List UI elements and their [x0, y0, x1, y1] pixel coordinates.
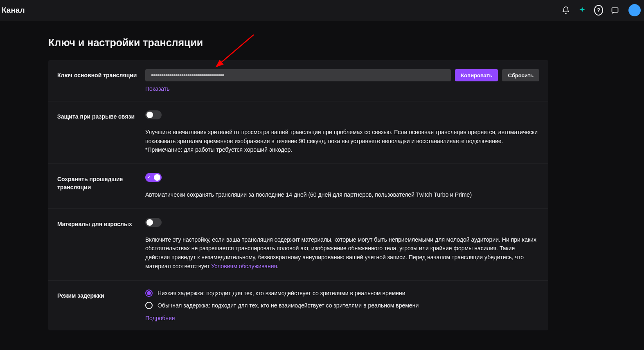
- page-header-title: Канал: [1, 6, 25, 15]
- copy-button[interactable]: Копировать: [455, 69, 498, 81]
- main-content: Ключ и настройки трансляции Ключ основно…: [0, 20, 644, 330]
- mature-toggle[interactable]: [145, 218, 162, 227]
- mature-row: Материалы для взрослых Включите эту наст…: [48, 209, 548, 280]
- stream-key-label: Ключ основной трансляции: [57, 69, 145, 92]
- disconnect-protect-row: Защита при разрыве связи Улучшите впечат…: [48, 101, 548, 164]
- page-title: Ключ и настройки трансляции: [48, 37, 644, 49]
- store-vods-toggle[interactable]: ✓: [145, 173, 162, 182]
- store-vods-row: Сохранять прошедшие трансляции ✓ Автомат…: [48, 164, 548, 209]
- radio-icon: [145, 289, 153, 297]
- stream-key-field[interactable]: ••••••••••••••••••••••••••••••••••••: [145, 69, 451, 81]
- latency-normal-label: Обычная задержка: подходит для тех, кто …: [158, 302, 419, 309]
- latency-normal-option[interactable]: Обычная задержка: подходит для тех, кто …: [145, 302, 539, 309]
- stream-key-row: Ключ основной трансляции •••••••••••••••…: [48, 60, 548, 101]
- mature-desc-post: .: [277, 263, 279, 269]
- latency-more-link[interactable]: Подробнее: [145, 315, 175, 321]
- latency-low-option[interactable]: Низкая задержка: подходит для тех, кто в…: [145, 289, 539, 297]
- latency-label: Режим задержки: [57, 289, 145, 321]
- latency-low-label: Низкая задержка: подходит для тех, кто в…: [158, 290, 405, 296]
- reset-button[interactable]: Сбросить: [502, 69, 539, 81]
- help-icon[interactable]: ?: [594, 6, 603, 15]
- mature-desc: Включите эту настройку, если ваша трансл…: [145, 236, 539, 271]
- avatar[interactable]: [628, 4, 641, 16]
- mature-desc-text: Включите эту настройку, если ваша трансл…: [145, 236, 536, 269]
- top-navbar: Канал ?: [0, 0, 644, 20]
- spark-icon[interactable]: [578, 6, 587, 15]
- top-right-icons: ?: [561, 4, 643, 16]
- latency-row: Режим задержки Низкая задержка: подходит…: [48, 280, 548, 330]
- store-vods-label: Сохранять прошедшие трансляции: [57, 173, 145, 200]
- tos-link[interactable]: Условиям обслуживания: [211, 262, 277, 271]
- svg-rect-0: [612, 8, 618, 12]
- store-vods-desc: Автоматически сохранять трансляции за по…: [145, 191, 539, 200]
- whisper-icon[interactable]: [610, 6, 619, 15]
- disconnect-protect-label: Защита при разрыве связи: [57, 110, 145, 155]
- disconnect-protect-desc: Улучшите впечатления зрителей от просмот…: [145, 128, 539, 155]
- radio-icon: [145, 302, 153, 309]
- show-key-link[interactable]: Показать: [145, 85, 170, 92]
- latency-radio-group: Низкая задержка: подходит для тех, кто в…: [145, 289, 539, 309]
- settings-panel: Ключ основной трансляции •••••••••••••••…: [48, 60, 548, 330]
- disconnect-protect-toggle[interactable]: [145, 110, 162, 119]
- notifications-icon[interactable]: [561, 6, 570, 15]
- mature-label: Материалы для взрослых: [57, 218, 145, 271]
